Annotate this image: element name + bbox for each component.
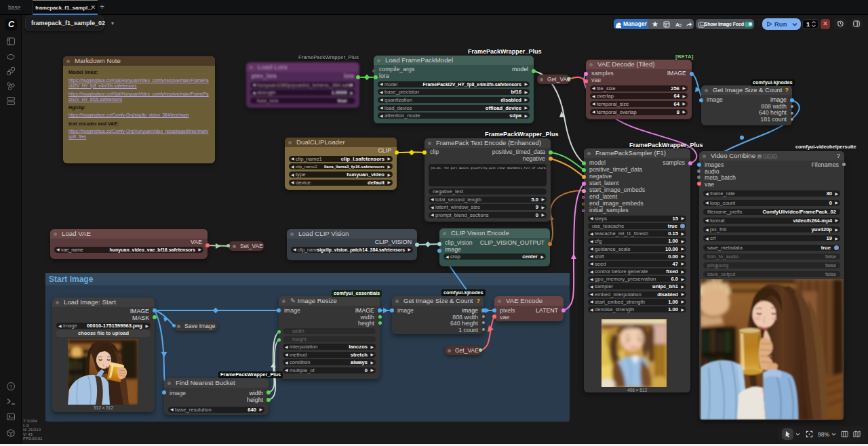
svg-text:?: ? [9,384,12,390]
